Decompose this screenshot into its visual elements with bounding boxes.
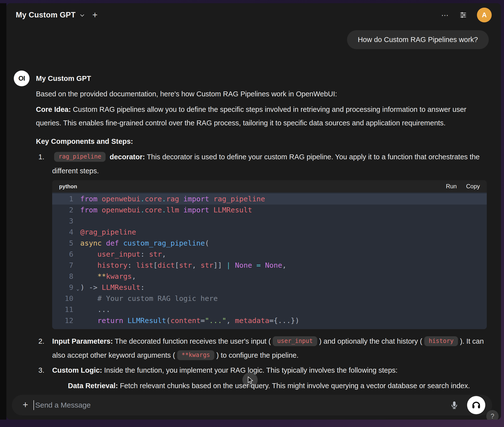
- message-composer: +: [12, 395, 492, 415]
- headphones-icon: [471, 400, 481, 411]
- copy-code-button[interactable]: Copy: [466, 183, 480, 190]
- inline-code-chip: **kwargs: [177, 350, 215, 360]
- code-line: 6 user_input: str,: [52, 249, 487, 260]
- window-left-edge: [0, 3, 6, 420]
- section-heading: Key Components and Steps:: [36, 135, 494, 148]
- step-item-1: 1. rag_pipeline decorator: This decorato…: [36, 150, 494, 329]
- code-line: 9⌄) -> LLMResult:: [52, 282, 487, 293]
- clipped-next-line: Data Retrieval: Fetch relevant chunks ba…: [36, 379, 494, 393]
- code-line: 4@rag_pipeline: [52, 227, 487, 238]
- user-avatar[interactable]: A: [477, 8, 492, 22]
- help-button[interactable]: ?: [486, 410, 499, 420]
- assistant-message: OI My Custom GPT Based on the provided d…: [14, 71, 494, 393]
- line-number: 12: [58, 315, 80, 326]
- chevron-down-icon: [79, 12, 85, 19]
- code-line: 7 history: list[dict[str, str]] | None =…: [52, 260, 487, 271]
- run-code-button[interactable]: Run: [446, 183, 457, 190]
- inline-code-chip: rag_pipeline: [54, 152, 106, 162]
- core-idea-text: Custom RAG pipelines allow you to define…: [36, 105, 466, 127]
- line-number: 6: [58, 249, 80, 260]
- inline-code-chip: history: [424, 336, 458, 346]
- step-number: 1.: [38, 150, 44, 164]
- line-number: 1: [58, 193, 80, 205]
- line-number: 3: [58, 216, 80, 227]
- step-number: 3.: [38, 364, 44, 377]
- text-caret: [33, 400, 34, 410]
- line-number: 5: [58, 238, 80, 249]
- core-idea-paragraph: Core Idea: Custom RAG pipelines allow yo…: [36, 103, 494, 130]
- assistant-avatar: OI: [14, 71, 30, 86]
- line-number: 7: [58, 260, 80, 271]
- code-line: 3: [52, 216, 487, 227]
- microphone-icon[interactable]: [450, 401, 459, 410]
- code-actions: Run Copy: [446, 183, 480, 190]
- assistant-content: My Custom GPT Based on the provided docu…: [36, 71, 494, 393]
- code-line: 10 # Your custom RAG logic here: [52, 293, 487, 304]
- code-line: 2from openwebui.core.llm import LLMResul…: [52, 205, 487, 216]
- core-idea-label: Core Idea:: [36, 105, 71, 113]
- more-options-icon[interactable]: ⋯: [441, 11, 449, 19]
- model-title: My Custom GPT: [16, 11, 76, 19]
- line-number: 11: [58, 304, 80, 315]
- new-chat-button[interactable]: +: [92, 11, 97, 19]
- code-block-header: python Run Copy: [52, 180, 487, 192]
- message-input[interactable]: [35, 401, 450, 410]
- app-header: My Custom GPT + ⋯ A: [6, 3, 501, 27]
- inline-code-chip: user_input: [273, 336, 317, 346]
- assistant-name: My Custom GPT: [36, 71, 494, 86]
- code-line: 12 return LLMResult(content="...", metad…: [52, 315, 487, 326]
- assistant-intro: Based on the provided documentation, her…: [36, 87, 494, 101]
- openwebui-app: My Custom GPT + ⋯ A How do Custom RAG Pi…: [6, 3, 501, 420]
- step-number: 2.: [38, 335, 44, 348]
- line-number: 10: [58, 293, 80, 304]
- line-number: 4: [58, 227, 80, 238]
- voice-call-button[interactable]: [467, 396, 485, 414]
- step-text: Custom Logic: Inside the function, you i…: [52, 366, 397, 374]
- code-block: python Run Copy 1from openwebui.core.rag…: [52, 180, 487, 329]
- model-switcher[interactable]: My Custom GPT: [16, 11, 85, 19]
- fold-chevron-icon[interactable]: ⌄: [77, 283, 79, 294]
- line-number: 8: [58, 271, 80, 282]
- code-line: 5async def custom_rag_pipeline(: [52, 238, 487, 249]
- attach-plus-button[interactable]: +: [23, 400, 28, 409]
- step-text: rag_pipeline decorator: This decorator i…: [52, 153, 480, 175]
- step-item-2: 2. Input Parameters: The decorated funct…: [36, 335, 494, 363]
- code-language-label: python: [59, 180, 77, 193]
- code-lines: 1from openwebui.core.rag import rag_pipe…: [52, 192, 487, 329]
- user-message-row: How do Custom RAG Pipelines work?: [14, 30, 489, 49]
- code-line: 8 **kwargs,: [52, 271, 487, 282]
- code-line: 11 ...: [52, 304, 487, 315]
- steps-list: 1. rag_pipeline decorator: This decorato…: [36, 150, 494, 377]
- chat-controls-icon[interactable]: [459, 11, 467, 19]
- user-message-bubble: How do Custom RAG Pipelines work?: [347, 30, 489, 49]
- step-item-3: 3. Custom Logic: Inside the function, yo…: [36, 364, 494, 377]
- step-text: Input Parameters: The decorated function…: [52, 337, 484, 359]
- header-actions: ⋯ A: [441, 8, 492, 22]
- line-number: 9⌄: [58, 282, 80, 293]
- code-line: 1from openwebui.core.rag import rag_pipe…: [52, 193, 487, 205]
- line-number: 2: [58, 205, 80, 216]
- chat-area: How do Custom RAG Pipelines work? OI My …: [6, 30, 501, 393]
